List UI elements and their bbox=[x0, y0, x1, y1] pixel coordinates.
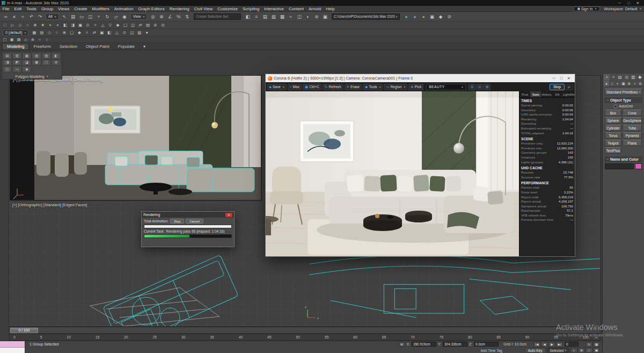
go-to-start-button[interactable]: |◀ bbox=[533, 342, 540, 347]
toolbar-icon[interactable]: ▦ bbox=[31, 30, 38, 36]
textplus-button[interactable]: TextPlus bbox=[605, 147, 621, 154]
menu-group[interactable]: Group bbox=[39, 6, 55, 11]
autogrid-checkbox[interactable] bbox=[614, 105, 617, 108]
selection-filter-dropdown[interactable]: All▾ bbox=[46, 13, 59, 20]
cone-button[interactable]: Cone bbox=[623, 110, 642, 116]
primitives-dropdown[interactable]: Standard Primitives ▾ bbox=[604, 89, 642, 95]
toolbar-icon[interactable]: ▤ bbox=[38, 30, 45, 36]
pyramid-button[interactable]: Pyramid bbox=[623, 132, 642, 139]
state-sets-icon[interactable]: ◆ bbox=[437, 13, 445, 20]
selection-lock-toggle[interactable]: ⊠ bbox=[399, 342, 405, 347]
copy-button[interactable]: ▣Ctrl+C bbox=[303, 84, 321, 90]
menu-views[interactable]: Views bbox=[56, 6, 72, 11]
toolbar-icon[interactable]: ⊙ bbox=[84, 22, 91, 28]
tab-populate[interactable]: Populate bbox=[113, 44, 139, 49]
ribbon-button-icon[interactable]: ◫ bbox=[3, 66, 12, 73]
sign-in-button[interactable]: Sign In ▾ bbox=[574, 6, 601, 11]
box-button[interactable]: Box bbox=[605, 110, 621, 116]
stop-button[interactable]: Stop bbox=[170, 219, 184, 224]
track-bar[interactable]: 0510152025303540455055606570758085909510… bbox=[9, 334, 601, 341]
object-type-rollout-header[interactable]: − Object Type bbox=[604, 97, 642, 103]
menu-help[interactable]: Help bbox=[324, 6, 337, 11]
rendered-frame-window-icon[interactable]: ▣ bbox=[321, 13, 329, 20]
snaps-toggle-icon[interactable]: ⊕ bbox=[157, 13, 165, 20]
mini-curve-editor-icon[interactable]: ≈ bbox=[593, 335, 599, 340]
toolbar-icon[interactable]: ⊕ bbox=[30, 37, 36, 42]
layer-explorer-icon[interactable]: ▧ bbox=[269, 13, 277, 20]
render-iterative-icon[interactable]: ● bbox=[411, 13, 419, 20]
ribbon-button-icon[interactable]: ▢ bbox=[42, 60, 51, 66]
toolbar-icon[interactable]: ◧ bbox=[62, 22, 69, 28]
angle-snap-icon[interactable]: ∠ bbox=[166, 13, 174, 20]
ribbon-config-caret[interactable]: ▾ bbox=[139, 44, 150, 49]
menu-graph-editors[interactable]: Graph Editors bbox=[136, 6, 167, 11]
percent-snap-icon[interactable]: % bbox=[174, 13, 182, 20]
select-by-name-icon[interactable]: ▤ bbox=[69, 13, 77, 20]
object-color-swatch[interactable] bbox=[635, 163, 642, 169]
toolbar-icon[interactable]: ⊕ bbox=[61, 30, 68, 36]
ribbon-toggle-icon[interactable]: ▦ bbox=[278, 13, 286, 20]
toolbar-icon[interactable]: ≈ bbox=[36, 37, 43, 42]
menu-scripting[interactable]: Scripting bbox=[240, 6, 261, 11]
time-configuration-icon[interactable]: ▦ bbox=[593, 342, 600, 347]
systems-category-icon[interactable]: ⊚ bbox=[638, 81, 643, 87]
bind-to-space-warp-icon[interactable]: ≈ bbox=[19, 13, 27, 20]
toolbar-icon[interactable]: ○ bbox=[53, 30, 60, 36]
redo-icon[interactable]: ↷ bbox=[36, 13, 44, 20]
name-color-rollout-header[interactable]: − Name and Color bbox=[604, 156, 642, 162]
zoom-region-icon[interactable]: ▭ bbox=[586, 348, 592, 353]
corona-maximize-button[interactable]: □ bbox=[558, 76, 565, 81]
toolbar-icon[interactable]: ▢ bbox=[122, 22, 129, 28]
zoom-in-button[interactable]: ⊕ bbox=[484, 84, 491, 90]
dialog-titlebar[interactable]: Rendering ✕ bbox=[142, 212, 234, 218]
corona-titlebar[interactable]: Corona 6 (Hotfix 2) | 3000×1999px [1:2] … bbox=[266, 74, 575, 82]
menu-animation[interactable]: Animation bbox=[112, 6, 136, 11]
undo-icon[interactable]: ↶ bbox=[27, 13, 35, 20]
mirror-icon[interactable]: ◧ bbox=[244, 13, 252, 20]
helpers-category-icon[interactable]: ⊕ bbox=[626, 81, 632, 87]
toolbar-icon[interactable]: □ bbox=[2, 22, 9, 28]
render-region-icon[interactable]: ⊘ bbox=[445, 13, 453, 20]
utilities-tab-icon[interactable]: ◆ bbox=[637, 74, 643, 80]
select-and-place-icon[interactable]: ◉ bbox=[121, 13, 129, 20]
toolbar-icon[interactable]: ▷ bbox=[9, 22, 16, 28]
tab-post[interactable]: Post bbox=[519, 91, 530, 97]
select-and-scale-icon[interactable]: ▱ bbox=[112, 13, 120, 20]
time-slider[interactable]: 0 / 100 bbox=[9, 327, 601, 334]
menu-customize[interactable]: Customize bbox=[215, 6, 240, 11]
project-path-field[interactable]: C:\Users\HP\Documents\3ds Max 2020 ▾ bbox=[332, 13, 399, 20]
toolbar-icon[interactable]: ◫ bbox=[128, 30, 135, 36]
toolbar-icon[interactable]: ▢ bbox=[2, 37, 8, 42]
toolbar-icon[interactable]: ◇ bbox=[23, 37, 29, 42]
tools-button[interactable]: ◆Tools▾ bbox=[363, 84, 383, 90]
toolbar-icon[interactable]: ≈ bbox=[92, 22, 99, 28]
rectangular-selection-icon[interactable]: ▭ bbox=[78, 13, 86, 20]
toolbar-icon[interactable]: ⊕ bbox=[32, 22, 39, 28]
select-object-icon[interactable]: ↖ bbox=[61, 13, 69, 20]
ribbon-button-icon[interactable]: ▧ bbox=[32, 53, 41, 59]
select-and-move-icon[interactable]: + bbox=[95, 13, 103, 20]
toolbar-icon[interactable]: ⊘ bbox=[152, 22, 159, 28]
ribbon-button-icon[interactable]: ▭ bbox=[12, 66, 21, 73]
selection-set-dropdown[interactable]: Selected ▾ bbox=[547, 348, 569, 353]
workspace-selector[interactable]: Workspace: Default ▾ bbox=[604, 7, 641, 11]
toolbar-icon[interactable]: ▤ bbox=[16, 37, 22, 42]
lights-category-icon[interactable]: ◐ bbox=[615, 81, 620, 87]
menu-tools[interactable]: Tools bbox=[24, 6, 39, 11]
toolbar-icon[interactable]: ◇ bbox=[46, 30, 53, 36]
current-frame-field[interactable]: 0 bbox=[565, 342, 579, 347]
key-mode-toggle-icon[interactable]: ⊙ bbox=[586, 342, 592, 347]
corona-minimize-button[interactable]: ─ bbox=[550, 76, 558, 81]
toolbar-icon[interactable]: ⇄ bbox=[137, 22, 144, 28]
named-selection-set-input[interactable] bbox=[194, 13, 241, 20]
go-to-end-button[interactable]: ▶| bbox=[556, 342, 563, 347]
toolbar-icon[interactable]: ○ bbox=[43, 37, 50, 42]
space-warps-category-icon[interactable]: ≈ bbox=[632, 81, 638, 87]
paint-deform-icon[interactable]: ● bbox=[54, 22, 61, 28]
toolbar-icon[interactable]: ▣ bbox=[98, 30, 105, 36]
add-time-tag[interactable]: Add Time Tag bbox=[481, 349, 502, 352]
toolbar-icon[interactable]: ▣ bbox=[77, 22, 84, 28]
geosphere-button[interactable]: GeoSphere bbox=[623, 117, 642, 124]
ribbon-button-icon[interactable]: ◨ bbox=[3, 60, 12, 66]
previous-frame-button[interactable]: ◀ bbox=[541, 342, 548, 347]
